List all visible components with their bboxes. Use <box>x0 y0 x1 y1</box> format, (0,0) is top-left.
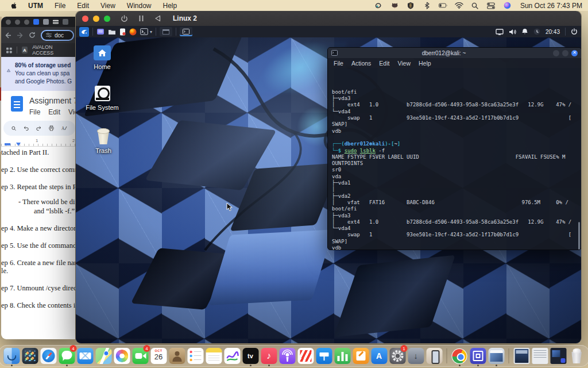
active-app-name[interactable]: UTM <box>28 2 43 10</box>
dock-item-photostack[interactable] <box>513 346 530 366</box>
dock-item-finder[interactable] <box>3 346 20 366</box>
window-zoom-button[interactable] <box>104 16 110 22</box>
dock-item-pages[interactable] <box>353 346 369 366</box>
dock-item-notes[interactable] <box>206 346 222 366</box>
dock-item-news[interactable] <box>297 346 314 366</box>
dock-item-preview[interactable] <box>488 346 505 366</box>
dock-item-winvm[interactable] <box>550 346 567 366</box>
ruler-indent-marker[interactable] <box>16 143 21 146</box>
docs-ruler[interactable]: 1 2 <box>1 138 75 147</box>
dock-item-keynote[interactable] <box>316 346 332 366</box>
paint-format-button[interactable]: A <box>61 125 67 132</box>
window-minimize-button[interactable] <box>553 50 559 56</box>
forward-button[interactable] <box>17 32 24 39</box>
terminal-menu-help[interactable]: Help <box>419 60 431 67</box>
desktop-icon-trash[interactable]: Trash <box>83 128 124 154</box>
dock-item-maps[interactable] <box>95 346 112 366</box>
dock-item-photos[interactable] <box>114 346 130 366</box>
tab-favicon[interactable] <box>33 19 39 25</box>
tab-favicon[interactable] <box>43 19 49 25</box>
dock-item-facetime[interactable]: 4 <box>132 346 149 366</box>
bookmark-avalon-access[interactable]: AVALON ACCESS <box>32 44 70 56</box>
reload-button[interactable] <box>29 32 36 39</box>
volume-icon[interactable] <box>509 29 516 35</box>
print-button[interactable] <box>49 125 54 132</box>
search-icon[interactable] <box>11 125 16 132</box>
bluetooth-icon[interactable] <box>423 2 431 10</box>
dock-item-tv[interactable]: tv <box>242 346 259 366</box>
terminal-window[interactable]: dberr012@kali: ~ ✕ FileActionsEditViewHe… <box>327 47 581 250</box>
kali-menu-icon[interactable] <box>79 27 89 37</box>
spotlight-search-icon[interactable] <box>471 2 479 10</box>
dock-item-calendar[interactable]: OCT26 <box>150 346 167 366</box>
menu-help[interactable]: Help <box>163 2 177 10</box>
send-input-icon[interactable] <box>154 15 161 22</box>
wifi-icon[interactable] <box>455 2 463 10</box>
shield-app-icon[interactable] <box>407 2 415 10</box>
tab-favicon[interactable] <box>63 19 68 25</box>
dock-item-contacts[interactable] <box>169 346 185 366</box>
apps-grid-icon[interactable] <box>6 47 12 53</box>
ink-swirl-icon[interactable] <box>374 2 383 10</box>
window-close-button[interactable]: ✕ <box>571 50 578 56</box>
panel-clock[interactable]: 20:43 <box>546 29 560 35</box>
desktop-icon-file-system[interactable]: File System <box>82 86 123 111</box>
taskbar-terminal-button[interactable] <box>180 27 192 36</box>
dock-item-reminders[interactable] <box>187 346 204 366</box>
dock-item-downloads[interactable]: ↓ <box>408 346 424 366</box>
terminal-menu-view[interactable]: View <box>397 60 411 67</box>
battery-icon[interactable] <box>439 2 447 10</box>
file-manager-icon[interactable] <box>108 29 116 35</box>
notifications-bell-icon[interactable] <box>521 28 528 35</box>
status-circle-icon[interactable] <box>533 28 540 35</box>
document-body-text[interactable]: tached in Part II.ep 2. Use the correct … <box>1 147 75 309</box>
logout-power-icon[interactable] <box>571 28 578 35</box>
window-close-button[interactable] <box>82 16 88 22</box>
dock-item-podcasts[interactable] <box>279 346 296 366</box>
terminal-launcher-icon[interactable] <box>140 28 148 35</box>
dock-item-music[interactable]: ♪ <box>261 346 277 366</box>
ruler-margin-marker[interactable] <box>5 143 10 145</box>
document-title[interactable]: Assignment 7 <box>29 96 75 105</box>
desktop-icon-home[interactable]: Home <box>82 45 123 70</box>
pause-icon[interactable] <box>138 15 144 22</box>
apple-menu-icon[interactable] <box>10 2 18 9</box>
display-icon[interactable] <box>496 29 504 35</box>
menu-window[interactable]: Window <box>127 2 152 10</box>
redo-button[interactable] <box>36 125 41 131</box>
back-button[interactable] <box>5 32 11 39</box>
window-maximize-button[interactable] <box>562 50 568 56</box>
dock-item-chrome[interactable] <box>451 346 468 366</box>
workspace-icon[interactable] <box>96 28 105 35</box>
menu-view[interactable]: View <box>100 2 115 10</box>
taskbar-window-button[interactable] <box>160 27 172 36</box>
window-minimize-button[interactable] <box>15 20 20 25</box>
dock-item-trash[interactable] <box>568 346 585 366</box>
undo-button[interactable] <box>24 125 29 131</box>
terminal-output[interactable]: boot/efi├─vda3│ ext4 1.0 b7288c6d-d506-4… <box>328 68 581 250</box>
dock-item-freeform[interactable] <box>224 346 241 366</box>
dock-item-iphone[interactable] <box>426 346 443 366</box>
cat-app-icon[interactable] <box>390 2 399 10</box>
dock-item-settings[interactable]: 1 <box>389 346 406 366</box>
dock-item-messages[interactable]: 4 <box>59 346 75 366</box>
docs-menu-edit[interactable]: Edit <box>48 108 60 116</box>
address-bar[interactable]: doc <box>41 30 74 41</box>
terminal-title-bar[interactable]: dberr012@kali: ~ ✕ <box>328 48 581 58</box>
dock-item-appstore[interactable]: A <box>371 346 388 366</box>
chevron-down-icon[interactable]: ▾ <box>150 29 152 34</box>
terminal-menu-edit[interactable]: Edit <box>379 60 389 67</box>
text-editor-icon[interactable] <box>119 28 126 36</box>
vm-title-bar[interactable]: Linux 2 <box>76 11 581 26</box>
dock-item-utm[interactable] <box>470 346 486 366</box>
dock-item-windoc[interactable] <box>532 346 548 366</box>
tab-favicon[interactable] <box>53 19 59 25</box>
terminal-menu-actions[interactable]: Actions <box>351 60 371 67</box>
firefox-icon[interactable] <box>129 28 137 36</box>
window-close-button[interactable] <box>6 20 11 25</box>
dock-item-numbers[interactable] <box>334 346 351 366</box>
dock-item-launchpad[interactable] <box>22 346 38 366</box>
window-minimize-button[interactable] <box>93 16 99 22</box>
docs-menu-view[interactable]: View <box>68 108 75 116</box>
window-zoom-button[interactable] <box>24 20 29 25</box>
